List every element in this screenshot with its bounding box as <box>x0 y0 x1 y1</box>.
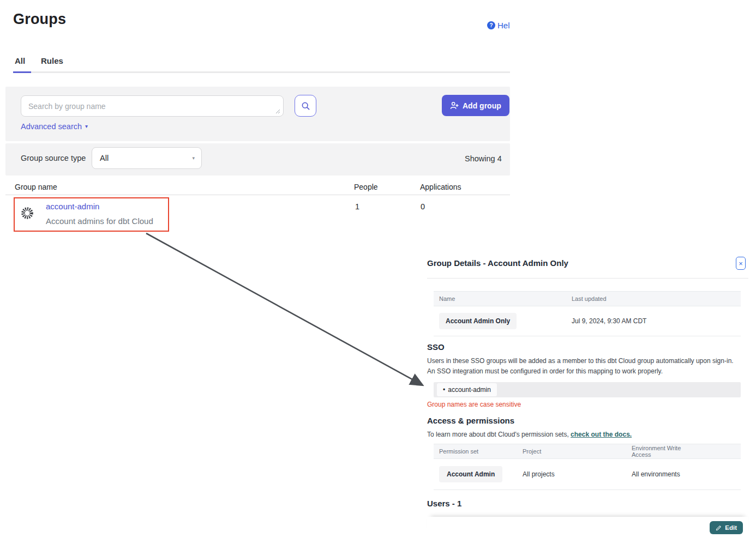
search-button[interactable] <box>295 95 316 117</box>
column-header-last-updated: Last updated <box>572 295 681 302</box>
advanced-search-toggle[interactable]: Advanced search ▾ <box>21 122 88 131</box>
tab-active-indicator <box>13 71 31 73</box>
chevron-down-icon: ▾ <box>192 156 195 161</box>
sso-group-name: account-admin <box>448 386 491 394</box>
group-applications-count: 0 <box>421 202 425 211</box>
edit-label: Edit <box>725 524 737 531</box>
permissions-table: Permission set Project Environment Write… <box>434 444 741 490</box>
group-people-count: 1 <box>355 202 359 211</box>
permission-set-chip: Account Admin <box>439 466 502 482</box>
table-row: Account Admin All projects All environme… <box>434 459 741 489</box>
table-header-divider <box>5 195 510 195</box>
column-header-name: Name <box>434 295 572 302</box>
help-label: Help <box>497 21 510 30</box>
search-input[interactable] <box>21 95 284 117</box>
column-header-group-name: Group name <box>15 183 57 191</box>
column-header-applications: Applications <box>420 183 461 191</box>
access-permissions-heading: Access & permissions <box>427 416 514 425</box>
column-header-permission-set: Permission set <box>434 448 523 455</box>
user-plus-icon <box>450 101 459 110</box>
search-input-wrap <box>21 95 284 117</box>
help-question-icon: ? <box>487 21 495 29</box>
docs-link[interactable]: check out the docs. <box>571 431 632 438</box>
table-row: Account Admin Only Jul 9, 2024, 9:30 AM … <box>434 306 741 336</box>
group-source-type-label: Group source type <box>21 154 86 162</box>
column-header-people: People <box>354 183 378 191</box>
sso-group-list: • account-admin <box>434 382 741 397</box>
column-header-project: Project <box>523 448 632 455</box>
resize-handle-icon <box>275 109 280 114</box>
group-description: Account admins for dbt Cloud <box>46 216 153 226</box>
table-header-row: Permission set Project Environment Write… <box>434 444 741 459</box>
group-starburst-icon <box>21 207 34 220</box>
bullet-icon: • <box>443 386 445 394</box>
users-heading: Users - 1 <box>427 499 461 508</box>
edit-button[interactable]: Edit <box>710 521 743 534</box>
add-group-button[interactable]: Add group <box>442 95 509 116</box>
showing-count: Showing 4 <box>465 154 502 163</box>
advanced-search-label: Advanced search <box>21 122 82 131</box>
pencil-icon <box>716 525 722 531</box>
access-description: To learn more about dbt Cloud's permissi… <box>427 431 632 438</box>
tab-all[interactable]: All <box>15 56 25 65</box>
sso-group-chip: • account-admin <box>437 383 497 396</box>
sso-description: Users in these SSO groups will be added … <box>427 356 742 376</box>
details-title: Group Details - Account Admin Only <box>427 258 568 268</box>
column-header-env-write-access: Environment Write Access <box>632 445 692 458</box>
chevron-down-icon: ▾ <box>85 124 88 129</box>
close-button[interactable]: × <box>736 257 746 270</box>
search-icon <box>301 101 310 111</box>
divider <box>427 278 748 279</box>
sso-heading: SSO <box>427 342 445 352</box>
details-footer: Edit <box>427 517 748 539</box>
last-updated-value: Jul 9, 2024, 9:30 AM CDT <box>572 317 681 325</box>
env-write-access-value: All environments <box>632 470 692 478</box>
table-header-row: Name Last updated <box>434 291 741 306</box>
tab-rules[interactable]: Rules <box>41 56 63 65</box>
project-value: All projects <box>523 470 632 478</box>
group-info-table: Name Last updated Account Admin Only Jul… <box>434 291 741 336</box>
group-details-panel: Group Details - Account Admin Only × Nam… <box>427 252 748 540</box>
group-name-link[interactable]: account-admin <box>46 202 99 211</box>
case-sensitive-warning: Group names are case sensitive <box>427 401 521 408</box>
close-icon: × <box>739 260 743 267</box>
group-name-chip: Account Admin Only <box>439 313 517 329</box>
group-source-type-select[interactable]: All ▾ <box>92 147 202 169</box>
page-title: Groups <box>13 11 66 28</box>
add-group-label: Add group <box>463 101 501 110</box>
help-link[interactable]: ? Help <box>487 21 510 30</box>
tab-track <box>13 71 510 73</box>
groups-admin-page: Groups ? Help All Rules Advanced search … <box>0 0 756 550</box>
selected-option: All <box>100 154 109 162</box>
